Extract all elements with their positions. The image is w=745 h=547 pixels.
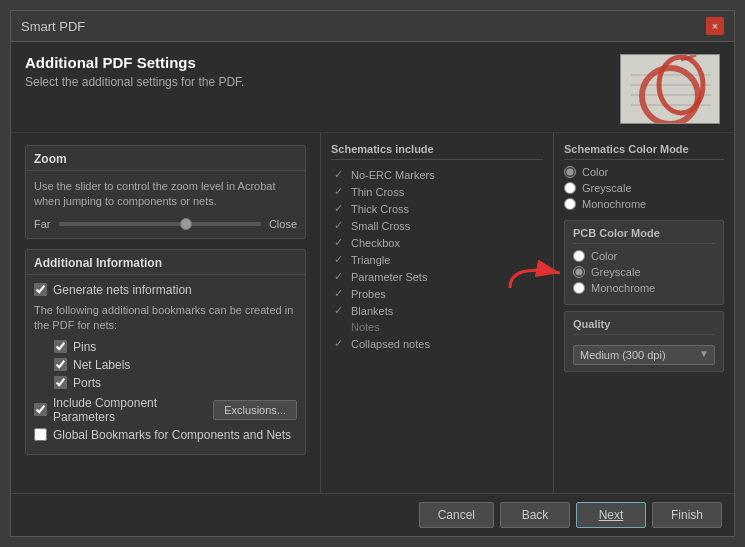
zoom-far-label: Far [34, 218, 51, 230]
schematics-color-title: Schematics Color Mode [564, 143, 724, 160]
ports-row: Ports [54, 376, 297, 390]
main-window: Smart PDF × Additional PDF Settings Sele… [10, 10, 735, 537]
pcb-color-option: Color [573, 250, 715, 262]
schematic-include-item: ✓ Checkbox [331, 236, 543, 249]
schematic-include-item: ✓ Collapsed notes [331, 337, 543, 350]
page-title: Additional PDF Settings [25, 54, 610, 71]
check-icon: ✓ [331, 304, 345, 317]
schematic-include-label: Parameter Sets [351, 271, 427, 283]
schematic-include-label: No-ERC Markers [351, 169, 435, 181]
left-column: Zoom Use the slider to control the zoom … [11, 133, 321, 493]
ports-checkbox[interactable] [54, 376, 67, 389]
middle-column: Schematics include ✓ No-ERC Markers✓ Thi… [321, 133, 554, 493]
page-header-row: Additional PDF Settings Select the addit… [11, 42, 734, 133]
schematic-include-label: Small Cross [351, 220, 410, 232]
pcb-color-radio[interactable] [573, 282, 585, 294]
schematic-include-label: Thick Cross [351, 203, 409, 215]
bottom-bar: Cancel Back Next Finish [11, 493, 734, 536]
right-column: Schematics Color Mode Color Greyscale Mo… [554, 133, 734, 493]
zoom-thumb[interactable] [180, 218, 192, 230]
additional-info-title: Additional Information [26, 250, 305, 275]
zoom-description: Use the slider to control the zoom level… [34, 179, 297, 210]
schematics-include-list: ✓ No-ERC Markers✓ Thin Cross✓ Thick Cros… [331, 168, 543, 350]
pcb-color-label: Monochrome [591, 282, 655, 294]
pcb-color-title: PCB Color Mode [573, 227, 715, 244]
schematics-color-label: Monochrome [582, 198, 646, 210]
check-icon: ✓ [331, 185, 345, 198]
schematic-include-item: Notes [331, 321, 543, 333]
cancel-button[interactable]: Cancel [419, 502, 494, 528]
check-icon: ✓ [331, 219, 345, 232]
schematics-color-option: Greyscale [564, 182, 724, 194]
global-bookmarks-checkbox[interactable] [34, 428, 47, 441]
zoom-body: Use the slider to control the zoom level… [26, 171, 305, 238]
schematic-include-label: Notes [351, 321, 380, 333]
global-bookmarks-label: Global Bookmarks for Components and Nets [53, 428, 291, 442]
pins-label: Pins [73, 340, 96, 354]
check-icon: ✓ [331, 253, 345, 266]
schematic-include-item: ✓ No-ERC Markers [331, 168, 543, 181]
quality-title: Quality [573, 318, 715, 335]
next-label: Next [599, 508, 624, 522]
check-icon: ✓ [331, 202, 345, 215]
net-labels-row: Net Labels [54, 358, 297, 372]
back-button[interactable]: Back [500, 502, 570, 528]
pcb-color-radio[interactable] [573, 250, 585, 262]
quality-select[interactable]: Low (150 dpi)Medium (300 dpi)High (600 d… [573, 345, 715, 365]
net-labels-checkbox[interactable] [54, 358, 67, 371]
check-icon: ✓ [331, 287, 345, 300]
exclusions-button[interactable]: Exclusions... [213, 400, 297, 420]
schematics-color-options: Color Greyscale Monochrome [564, 166, 724, 210]
back-label: Back [522, 508, 549, 522]
schematics-color-section: Schematics Color Mode Color Greyscale Mo… [564, 143, 724, 210]
pcb-color-label: Greyscale [591, 266, 641, 278]
schematics-color-radio[interactable] [564, 166, 576, 178]
pcb-color-option: Monochrome [573, 282, 715, 294]
pins-checkbox[interactable] [54, 340, 67, 353]
schematic-include-item: ✓ Thick Cross [331, 202, 543, 215]
close-button[interactable]: × [706, 17, 724, 35]
schematic-include-item: ✓ Parameter Sets [331, 270, 543, 283]
pcb-color-section: PCB Color Mode Color Greyscale Monochrom… [564, 220, 724, 305]
schematics-color-option: Monochrome [564, 198, 724, 210]
check-icon: ✓ [331, 236, 345, 249]
three-column-area: Zoom Use the slider to control the zoom … [11, 133, 734, 493]
quality-select-wrapper: Low (150 dpi)Medium (300 dpi)High (600 d… [573, 341, 715, 365]
schematics-color-radio[interactable] [564, 198, 576, 210]
page-header-text: Additional PDF Settings Select the addit… [25, 54, 610, 89]
generate-nets-row: Generate nets information [34, 283, 297, 297]
pcb-color-label: Color [591, 250, 617, 262]
zoom-section: Zoom Use the slider to control the zoom … [25, 145, 306, 239]
following-text: The following additional bookmarks can b… [34, 303, 297, 334]
next-button[interactable]: Next [576, 502, 646, 528]
zoom-row: Far Close [34, 218, 297, 230]
zoom-slider[interactable] [59, 222, 261, 226]
quality-section: Quality Low (150 dpi)Medium (300 dpi)Hig… [564, 311, 724, 372]
schematics-color-label: Greyscale [582, 182, 632, 194]
check-icon: ✓ [331, 337, 345, 350]
include-component-checkbox[interactable] [34, 403, 47, 416]
schematic-include-label: Triangle [351, 254, 390, 266]
include-component-row: Include Component Parameters Exclusions.… [34, 396, 297, 424]
schematic-include-item: ✓ Triangle [331, 253, 543, 266]
schematic-include-item: ✓ Thin Cross [331, 185, 543, 198]
generate-nets-label: Generate nets information [53, 283, 192, 297]
schematics-include-title: Schematics include [331, 143, 543, 160]
schematics-color-radio[interactable] [564, 182, 576, 194]
title-bar: Smart PDF × [11, 11, 734, 42]
pins-row: Pins [54, 340, 297, 354]
finish-button[interactable]: Finish [652, 502, 722, 528]
check-icon: ✓ [331, 270, 345, 283]
pcb-color-options: Color Greyscale Monochrome [573, 250, 715, 294]
schematic-include-label: Thin Cross [351, 186, 404, 198]
generate-nets-checkbox[interactable] [34, 283, 47, 296]
pcb-color-radio[interactable] [573, 266, 585, 278]
additional-info-body: Generate nets information The following … [26, 275, 305, 454]
content-area: Additional PDF Settings Select the addit… [11, 42, 734, 536]
additional-info-section: Additional Information Generate nets inf… [25, 249, 306, 455]
schematic-include-label: Blankets [351, 305, 393, 317]
header-image [620, 54, 720, 124]
ports-label: Ports [73, 376, 101, 390]
check-icon: ✓ [331, 168, 345, 181]
schematic-include-item: ✓ Probes [331, 287, 543, 300]
